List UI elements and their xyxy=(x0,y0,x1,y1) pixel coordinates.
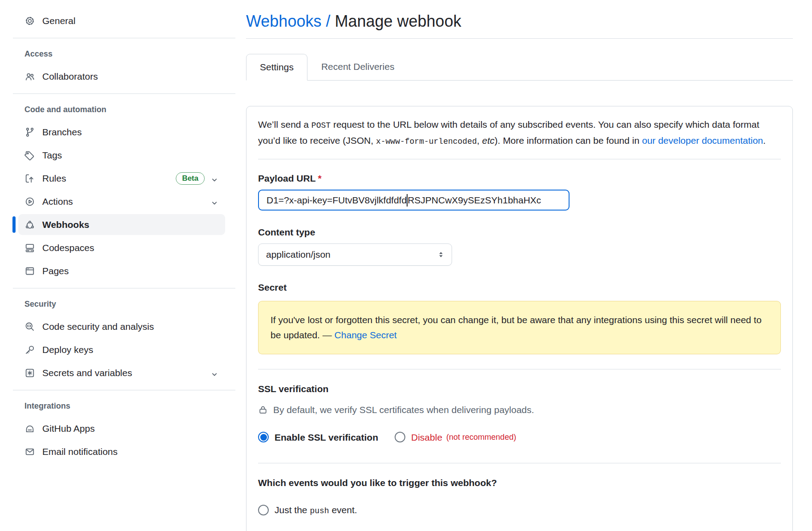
tag-icon xyxy=(24,150,35,161)
sidebar-item-label: Code security and analysis xyxy=(42,320,154,334)
developer-documentation-link[interactable]: our developer documentation xyxy=(642,135,763,146)
settings-sidebar: General Access Collaborators Code and au… xyxy=(0,10,235,531)
chevron-down-icon xyxy=(210,369,219,377)
ssl-note-text: By default, we verify SSL certificates w… xyxy=(273,403,534,417)
payload-url-label: Payload URL* xyxy=(258,171,781,185)
webhook-icon xyxy=(24,219,35,230)
sidebar-item-pages[interactable]: Pages xyxy=(18,260,225,281)
tab-settings[interactable]: Settings xyxy=(246,54,307,81)
sidebar-item-tags[interactable]: Tags xyxy=(18,145,225,166)
sidebar-divider xyxy=(13,93,235,94)
secret-warning-banner: If you've lost or forgotten this secret,… xyxy=(258,301,781,354)
sidebar-section-integrations: Integrations xyxy=(13,401,235,411)
intro-text: We’ll send a xyxy=(258,119,311,130)
codespaces-icon xyxy=(24,243,35,253)
chevron-down-icon xyxy=(210,174,219,183)
sidebar-item-collaborators[interactable]: Collaborators xyxy=(18,66,225,87)
sidebar-item-email-notifications[interactable]: Email notifications xyxy=(18,441,225,462)
intro-text: ). More information can be found in xyxy=(494,135,642,146)
post-code-text: POST xyxy=(311,121,331,130)
sidebar-item-label: Branches xyxy=(42,125,82,139)
page-title: Webhooks / Manage webhook xyxy=(246,10,793,39)
sidebar-item-general[interactable]: General xyxy=(18,10,225,31)
sidebar-divider xyxy=(13,390,235,390)
sidebar-section-code-automation: Code and automation xyxy=(13,105,235,114)
code-scan-icon xyxy=(24,321,35,332)
change-secret-link[interactable]: Change Secret xyxy=(335,330,397,340)
disable-ssl-radio[interactable] xyxy=(395,432,405,442)
git-branch-icon xyxy=(24,127,35,138)
sidebar-divider xyxy=(13,288,235,288)
disable-ssl-label: Disable xyxy=(411,430,442,445)
push-event-text: event. xyxy=(329,505,357,515)
main-content: Webhooks / Manage webhook Settings Recen… xyxy=(246,10,793,531)
sidebar-section-access: Access xyxy=(13,49,235,59)
unfold-icon xyxy=(436,250,446,259)
content-type-label: Content type xyxy=(258,225,781,239)
input-value-before-caret: D1=?x-api-key=FUtvBV8vjlkfdfdfd xyxy=(267,193,407,207)
sidebar-item-deploy-keys[interactable]: Deploy keys xyxy=(18,339,225,360)
content-type-select[interactable]: application/json xyxy=(258,243,452,266)
sidebar-item-codespaces[interactable]: Codespaces xyxy=(18,237,225,258)
intro-paragraph: We’ll send a POST request to the URL bel… xyxy=(258,117,781,149)
sidebar-item-label: Tags xyxy=(42,148,62,162)
sidebar-item-label: Collaborators xyxy=(42,69,98,84)
sidebar-item-label: Rules xyxy=(42,171,66,186)
sidebar-section-security: Security xyxy=(13,299,235,309)
sidebar-item-label: GitHub Apps xyxy=(42,422,95,436)
key-icon xyxy=(24,345,35,355)
event-option-push: Just the push event. xyxy=(258,503,781,517)
sidebar-item-label: Deploy keys xyxy=(42,343,93,357)
chevron-down-icon xyxy=(210,197,219,206)
sidebar-item-webhooks[interactable]: Webhooks xyxy=(18,214,225,235)
push-event-radio[interactable] xyxy=(258,505,269,515)
push-event-text: Just the xyxy=(275,505,310,515)
section-divider xyxy=(258,369,781,369)
tabnav: Settings Recent Deliveries xyxy=(246,53,793,81)
disable-ssl-note: (not recommended) xyxy=(446,431,516,443)
beta-badge: Beta xyxy=(176,172,205,185)
hubot-icon xyxy=(24,423,35,434)
secret-group: Secret If you've lost or forgotten this … xyxy=(258,280,781,354)
mail-icon xyxy=(24,446,35,457)
secret-label: Secret xyxy=(258,280,781,294)
enable-ssl-radio[interactable] xyxy=(258,432,269,442)
play-icon xyxy=(24,196,35,207)
required-asterisk: * xyxy=(318,173,322,183)
content-type-group: Content type application/json xyxy=(258,225,781,266)
content-type-selected-value: application/json xyxy=(266,247,331,262)
sidebar-item-label: Webhooks xyxy=(42,218,89,232)
sidebar-item-label: Secrets and variables xyxy=(42,366,132,380)
lock-icon xyxy=(258,405,268,415)
events-heading: Which events would you like to trigger t… xyxy=(258,476,781,490)
sidebar-item-rules[interactable]: Rules Beta xyxy=(18,168,225,189)
rules-icon xyxy=(24,173,35,184)
sidebar-item-branches[interactable]: Branches xyxy=(18,122,225,142)
page-title-text: Manage webhook xyxy=(330,12,461,30)
payload-url-label-text: Payload URL xyxy=(258,173,316,183)
payload-url-group: Payload URL* D1=?x-api-key=FUtvBV8vjlkfd… xyxy=(258,171,781,211)
section-divider xyxy=(258,159,781,159)
sidebar-item-label: Actions xyxy=(42,195,73,209)
etc-text: etc xyxy=(482,135,494,146)
urlencoded-code-text: x-www-form-urlencoded xyxy=(376,137,477,146)
sidebar-item-label: Pages xyxy=(42,264,69,278)
tab-recent-deliveries[interactable]: Recent Deliveries xyxy=(307,53,408,80)
payload-url-input[interactable]: D1=?x-api-key=FUtvBV8vjlkfdfdfdRSJPNCwX9… xyxy=(258,190,570,211)
sidebar-item-label: General xyxy=(42,14,76,28)
sidebar-item-github-apps[interactable]: GitHub Apps xyxy=(18,418,225,439)
intro-text: , xyxy=(477,135,482,146)
sidebar-item-label: Codespaces xyxy=(42,241,94,255)
breadcrumb-webhooks-link[interactable]: Webhooks / xyxy=(246,12,330,30)
sidebar-item-label: Email notifications xyxy=(42,445,117,459)
push-code-text: push xyxy=(310,507,329,515)
enable-ssl-label: Enable SSL verification xyxy=(275,430,378,445)
sidebar-item-secrets-variables[interactable]: Secrets and variables xyxy=(18,362,225,383)
sidebar-item-code-security[interactable]: Code security and analysis xyxy=(18,316,225,337)
ssl-radio-row: Enable SSL verification Disable (not rec… xyxy=(258,430,781,445)
ssl-verification-heading: SSL verification xyxy=(258,382,781,396)
browser-icon xyxy=(24,266,35,276)
webhook-settings-card: We’ll send a POST request to the URL bel… xyxy=(246,106,793,531)
sidebar-item-actions[interactable]: Actions xyxy=(18,191,225,212)
asterisk-icon xyxy=(24,368,35,378)
